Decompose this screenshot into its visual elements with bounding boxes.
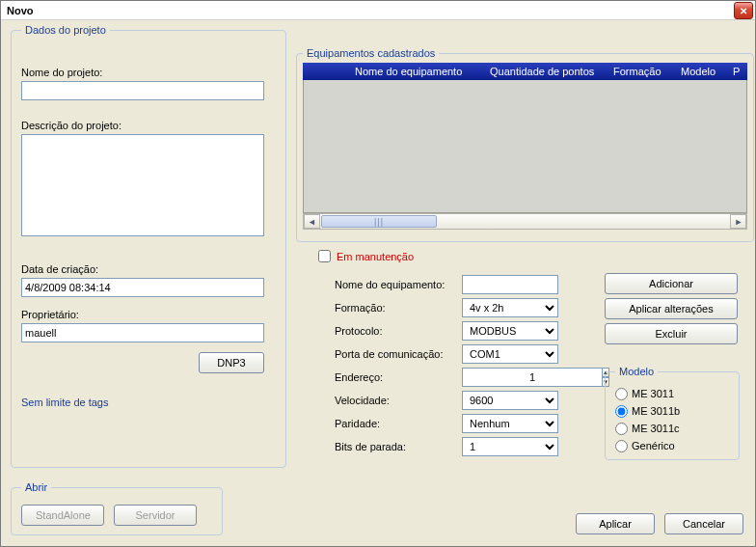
project-desc-input[interactable] [21, 134, 264, 236]
apply-button[interactable]: Aplicar [576, 513, 655, 534]
grid-col-model[interactable]: Modelo [673, 66, 725, 77]
stopbits-label: Bits de parada: [335, 441, 462, 452]
close-icon: ✕ [740, 6, 747, 16]
grid-header: Nome do equipamento Quantidade de pontos… [303, 63, 747, 80]
model-generic-radio[interactable] [615, 440, 628, 452]
grid-col-points[interactable]: Quantidade de pontos [482, 66, 606, 77]
grid-hscroll[interactable]: ◄ ||| ► [303, 213, 747, 230]
model-legend: Modelo [615, 366, 658, 377]
formation-select[interactable]: 4v x 2h [462, 298, 558, 317]
grid-body[interactable] [303, 80, 747, 213]
port-select[interactable]: COM1 [462, 344, 558, 364]
equipment-form: Nome do equipamento: Formação: 4v x 2h P… [335, 273, 593, 458]
project-data-group: Dados do projeto Nome do projeto: Descri… [11, 24, 286, 468]
add-button[interactable]: Adicionar [605, 273, 738, 294]
equipment-grid-group: Equipamentos cadastrados Nome do equipam… [296, 47, 754, 242]
scroll-right-button[interactable]: ► [730, 214, 746, 229]
equipment-grid-legend: Equipamentos cadastrados [303, 47, 439, 59]
model-group: Modelo ME 3011 ME 3011b ME 3011c Genéric… [605, 366, 740, 460]
grid-col-prefix[interactable]: P [725, 66, 747, 77]
model-generic-label: Genérico [632, 440, 675, 451]
open-group: Abrir StandAlone Servidor [11, 481, 223, 535]
model-me3011b-radio[interactable] [615, 405, 628, 418]
project-name-input[interactable] [21, 81, 264, 100]
project-name-label: Nome do projeto: [21, 67, 276, 78]
maintenance-row: Em manutenção [318, 250, 414, 262]
maintenance-checkbox[interactable] [318, 250, 331, 262]
model-me3011c-label: ME 3011c [632, 423, 680, 434]
parity-select[interactable]: Nenhum [462, 414, 558, 433]
standalone-button[interactable]: StandAlone [21, 505, 104, 526]
address-label: Endereço: [335, 371, 462, 383]
model-me3011-radio[interactable] [615, 388, 628, 400]
owner-input[interactable] [21, 323, 264, 342]
protocol-label: Protocolo: [335, 325, 462, 337]
equip-name-label: Nome do equipamento: [335, 279, 462, 290]
dialog-content: Dados do projeto Nome do projeto: Descri… [1, 20, 755, 546]
open-legend: Abrir [21, 481, 51, 493]
title-bar: Novo ✕ [1, 1, 755, 20]
dnp3-button[interactable]: DNP3 [199, 352, 264, 373]
parity-label: Paridade: [335, 418, 462, 429]
footer-buttons: Aplicar Cancelar [576, 513, 743, 534]
grid-col-formation[interactable]: Formação [606, 66, 673, 77]
equip-name-input[interactable] [462, 275, 558, 294]
scroll-left-button[interactable]: ◄ [304, 214, 320, 229]
speed-label: Velocidade: [335, 395, 462, 406]
model-me3011c-radio[interactable] [615, 423, 628, 435]
cancel-button[interactable]: Cancelar [664, 513, 743, 534]
delete-button[interactable]: Excluir [605, 323, 738, 344]
protocol-select[interactable]: MODBUS [462, 321, 558, 341]
grid-col-name[interactable]: Nome do equipamento [347, 66, 482, 77]
maintenance-label: Em manutenção [337, 251, 414, 262]
server-button[interactable]: Servidor [114, 505, 197, 526]
stopbits-select[interactable]: 1 [462, 437, 558, 456]
model-me3011b-label: ME 3011b [632, 405, 680, 417]
port-label: Porta de comunicação: [335, 348, 462, 360]
created-input[interactable] [21, 278, 264, 297]
scroll-thumb[interactable]: ||| [321, 215, 437, 228]
close-button[interactable]: ✕ [734, 2, 753, 19]
address-input[interactable] [462, 368, 602, 387]
model-me3011-label: ME 3011 [632, 388, 674, 399]
action-buttons: Adicionar Aplicar alterações Excluir [605, 273, 738, 344]
project-desc-label: Descrição do projeto: [21, 120, 276, 131]
window-title: Novo [7, 5, 34, 16]
scroll-track[interactable]: ||| [320, 214, 730, 229]
speed-select[interactable]: 9600 [462, 391, 558, 410]
tags-note: Sem limite de tags [21, 397, 276, 408]
owner-label: Proprietário: [21, 309, 276, 320]
formation-label: Formação: [335, 302, 462, 314]
dialog-window: Novo ✕ Dados do projeto Nome do projeto:… [0, 0, 756, 547]
project-data-legend: Dados do projeto [21, 24, 110, 36]
created-label: Data de criação: [21, 263, 276, 275]
apply-changes-button[interactable]: Aplicar alterações [605, 298, 738, 319]
address-spinner[interactable]: ▲ ▼ [462, 368, 558, 387]
